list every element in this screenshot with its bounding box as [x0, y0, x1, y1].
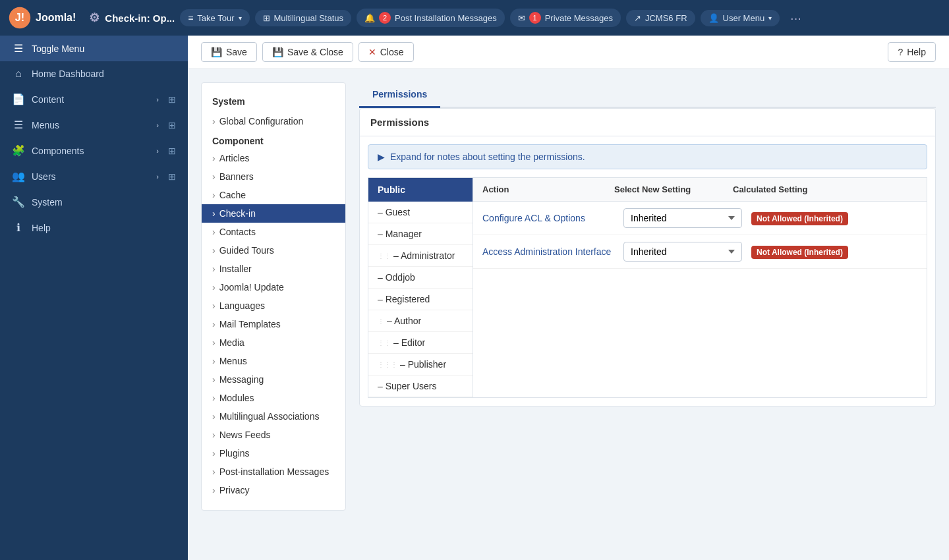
content-label: Content: [32, 94, 64, 105]
permissions-note[interactable]: ▶ Expand for notes about setting the per…: [368, 144, 927, 169]
group-manager[interactable]: – Manager: [368, 223, 473, 245]
tab-permissions[interactable]: Permissions: [359, 82, 440, 108]
contacts-item[interactable]: › Contacts: [202, 223, 345, 241]
joomla-update-item[interactable]: › Joomla! Update: [202, 278, 345, 296]
menus-grid-icon: ⊞: [168, 120, 176, 130]
checkin-label: Check-in: [219, 208, 256, 219]
multilingual-assoc-item[interactable]: › Multilingual Associations: [202, 407, 345, 426]
user-icon: 👤: [708, 13, 719, 23]
sidebar-item-help[interactable]: ℹ Help: [0, 215, 188, 240]
checkin-item[interactable]: › Check-in: [202, 204, 345, 223]
tabs: Permissions: [359, 82, 936, 108]
group-oddjob[interactable]: – Oddjob: [368, 267, 473, 289]
sidebar-item-system[interactable]: 🔧 System: [0, 189, 188, 215]
sidebar-item-components[interactable]: 🧩 Components › ⊞: [0, 138, 188, 163]
installer-label: Installer: [219, 264, 252, 274]
configure-acl-badge-text: Not Allowed (Inherited): [751, 212, 848, 225]
group-guest[interactable]: – Guest: [368, 202, 473, 223]
group-registered[interactable]: – Registered: [368, 289, 473, 310]
joomla-update-chevron: ›: [212, 282, 216, 293]
multilingual-status-button[interactable]: ⊞ Multilingual Status: [255, 10, 352, 26]
access-admin-label: Access Administration Interface: [482, 246, 614, 257]
guided-tours-item[interactable]: › Guided Tours: [202, 241, 345, 260]
installer-item[interactable]: › Installer: [202, 260, 345, 278]
system-icon: 🔧: [12, 196, 25, 208]
guided-tours-chevron: ›: [212, 245, 216, 256]
mail-templates-item[interactable]: › Mail Templates: [202, 315, 345, 333]
actions-header: Action Select New Setting Calculated Set…: [473, 178, 927, 202]
configure-acl-label: Configure ACL & Options: [482, 213, 614, 223]
group-author[interactable]: ⋮ – Author: [368, 310, 473, 332]
publisher-indent-dots: ⋮⋮⋮: [378, 361, 397, 368]
sidebar-item-menus[interactable]: ☰ Menus › ⊞: [0, 112, 188, 138]
page-title-header: ⚙ Check-in: Op...: [89, 11, 175, 25]
cache-item[interactable]: › Cache: [202, 186, 345, 204]
access-admin-select[interactable]: Inherited Allowed Denied: [623, 242, 742, 262]
group-author-label: – Author: [387, 316, 421, 326]
private-messages-badge: 1: [529, 12, 541, 24]
users-icon: 👥: [12, 170, 25, 182]
bell-icon: 🔔: [364, 13, 375, 23]
privacy-item[interactable]: › Privacy: [202, 481, 345, 499]
sidebar-item-users[interactable]: 👥 Users › ⊞: [0, 163, 188, 189]
take-tour-arrow: ▾: [239, 14, 242, 22]
menus-arrow: ›: [156, 121, 159, 129]
modules-item[interactable]: › Modules: [202, 389, 345, 407]
components-icon: 🧩: [12, 144, 25, 157]
system-section-label: System: [202, 94, 345, 112]
help-button[interactable]: ? Help: [888, 42, 936, 62]
post-installation-label: Post-installation Messages: [219, 466, 330, 477]
checkin-chevron: ›: [212, 208, 216, 219]
users-grid-icon: ⊞: [168, 171, 176, 182]
close-button[interactable]: ✕ Close: [359, 42, 414, 62]
content-area: System › Global Configuration Component …: [188, 69, 949, 524]
more-options-button[interactable]: ···: [785, 8, 807, 28]
mail-templates-chevron: ›: [212, 319, 216, 329]
messaging-item[interactable]: › Messaging: [202, 370, 345, 389]
sidebar-item-content[interactable]: 📄 Content › ⊞: [0, 86, 188, 112]
sidebar-toggle-menu[interactable]: ☰ Toggle Menu: [0, 36, 188, 61]
system-label: System: [32, 197, 63, 208]
save-icon: 💾: [211, 47, 222, 57]
jcms6fr-button[interactable]: ↗ JCMS6 FR: [626, 10, 695, 26]
access-admin-select-wrap: Inherited Allowed Denied: [623, 242, 742, 262]
plugins-item[interactable]: › Plugins: [202, 444, 345, 462]
multilingual-label: Multilingual Status: [274, 13, 344, 23]
save-button[interactable]: 💾 Save: [201, 42, 257, 62]
group-administrator[interactable]: ⋮⋮ – Administrator: [368, 245, 473, 267]
global-config-chevron: ›: [212, 116, 216, 126]
component-section-label: Component: [202, 130, 345, 149]
group-guest-label: – Guest: [378, 207, 410, 217]
take-tour-button[interactable]: ≡ Take Tour ▾: [180, 9, 249, 26]
group-super-users[interactable]: – Super Users: [368, 376, 473, 397]
group-administrator-label: – Administrator: [393, 250, 455, 261]
configure-acl-select[interactable]: Inherited Allowed Denied: [623, 208, 742, 228]
news-feeds-label: News Feeds: [219, 430, 271, 440]
group-publisher[interactable]: ⋮⋮⋮ – Publisher: [368, 354, 473, 376]
private-messages-button[interactable]: ✉ 1 Private Messages: [510, 9, 621, 27]
groups-header: Public: [368, 178, 473, 202]
sidebar: ☰ Toggle Menu ⌂ Home Dashboard 📄 Content…: [0, 36, 188, 560]
group-editor[interactable]: ⋮⋮ – Editor: [368, 332, 473, 354]
editor-indent-dots: ⋮⋮: [378, 339, 391, 347]
left-panel: System › Global Configuration Component …: [201, 82, 346, 511]
articles-item[interactable]: › Articles: [202, 149, 345, 167]
media-item[interactable]: › Media: [202, 333, 345, 352]
contacts-label: Contacts: [219, 227, 256, 237]
help-question-icon: ?: [898, 47, 903, 57]
menus-item[interactable]: › Menus: [202, 352, 345, 370]
languages-item[interactable]: › Languages: [202, 296, 345, 315]
logo[interactable]: J! Joomla!: [8, 6, 76, 30]
post-installation-item[interactable]: › Post-installation Messages: [202, 462, 345, 481]
save-close-button[interactable]: 💾 Save & Close: [262, 42, 353, 62]
user-menu-button[interactable]: 👤 User Menu ▾: [701, 10, 780, 26]
permissions-box: Permissions ▶ Expand for notes about set…: [359, 108, 936, 406]
banners-item[interactable]: › Banners: [202, 167, 345, 186]
sidebar-item-home-dashboard[interactable]: ⌂ Home Dashboard: [0, 61, 188, 86]
save-label: Save: [226, 47, 247, 57]
post-install-button[interactable]: 🔔 2 Post Installation Messages: [357, 9, 505, 27]
action-row-configure-acl: Configure ACL & Options Inherited Allowe…: [473, 202, 927, 235]
news-feeds-item[interactable]: › News Feeds: [202, 426, 345, 444]
group-registered-label: – Registered: [378, 294, 430, 304]
global-config-item[interactable]: › Global Configuration: [202, 112, 345, 130]
